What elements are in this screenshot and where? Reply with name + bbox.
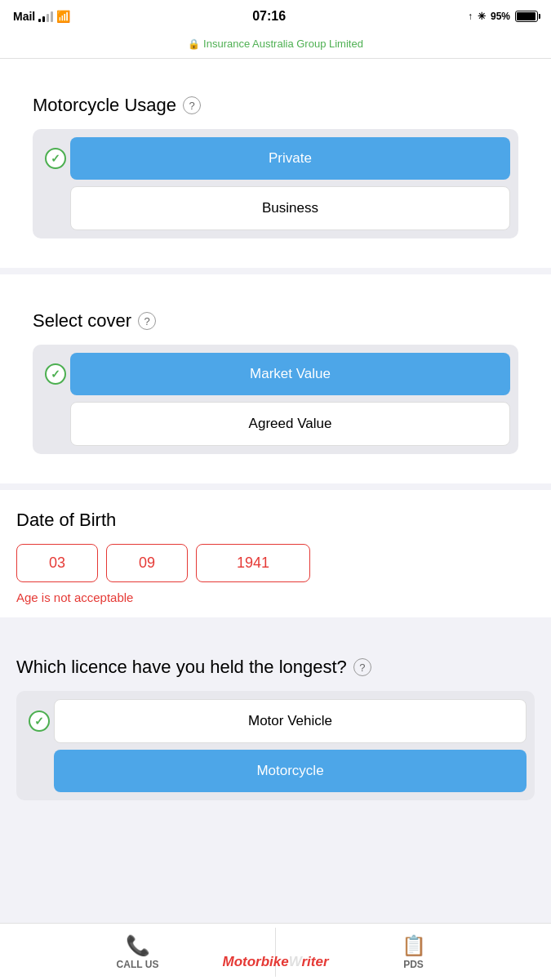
dob-inputs <box>16 544 535 582</box>
agreed-value-button[interactable]: Agreed Value <box>70 402 510 446</box>
call-icon: 📞 <box>126 934 150 957</box>
main-content: Motorcycle Usage ? ✓ Private Business <box>0 59 551 874</box>
market-value-button[interactable]: Market Value <box>70 353 510 395</box>
dob-day-input[interactable] <box>16 544 98 582</box>
agreed-value-row: Agreed Value <box>41 402 510 446</box>
check-circle-private: ✓ <box>45 148 66 169</box>
dob-section: Date of Birth Age is not acceptable <box>0 490 551 617</box>
pds-icon: 📋 <box>402 934 426 957</box>
motor-vehicle-button[interactable]: Motor Vehicle <box>54 699 527 743</box>
status-right: ↑ ✳ 95% <box>468 11 538 22</box>
licence-help[interactable]: ? <box>353 658 371 676</box>
lock-icon: 🔒 <box>188 38 200 50</box>
carrier-label: Mail <box>13 10 35 23</box>
motorcycle-usage-business-row: Business <box>41 186 510 230</box>
motorcycle-usage-section: Motorcycle Usage ? ✓ Private Business <box>0 59 551 268</box>
battery-icon <box>515 11 538 22</box>
market-value-check: ✓ <box>41 363 70 385</box>
app-header: 🔒 Insurance Australia Group Limited <box>0 33 551 59</box>
pds-label: PDS <box>403 959 424 970</box>
motorcycle-usage-check: ✓ <box>41 148 70 169</box>
status-bar: Mail 📶 07:16 ↑ ✳ 95% <box>0 0 551 33</box>
secure-badge: 🔒 Insurance Australia Group Limited <box>13 38 538 50</box>
select-cover-title: Select cover ? <box>33 310 518 332</box>
motorcycle-licence-button[interactable]: Motorcycle <box>54 750 527 792</box>
wifi-icon: 📶 <box>56 10 70 23</box>
check-circle-mv: ✓ <box>29 710 50 732</box>
battery-percent: 95% <box>491 11 510 22</box>
bottom-bar: 📞 CALL US MotorbikeWriter 📋 PDS <box>0 923 551 980</box>
motorcycle-usage-private-row: ✓ Private <box>41 137 510 180</box>
dob-month-input[interactable] <box>106 544 188 582</box>
market-value-row: ✓ Market Value <box>41 353 510 395</box>
status-time: 07:16 <box>252 9 286 24</box>
private-button[interactable]: Private <box>70 137 510 180</box>
dob-title: Date of Birth <box>16 510 535 531</box>
check-circle-market: ✓ <box>45 363 66 385</box>
motorcycle-usage-options: ✓ Private Business <box>33 129 518 238</box>
motor-vehicle-check: ✓ <box>24 710 54 732</box>
dob-error: Age is not acceptable <box>16 590 535 604</box>
licence-options: ✓ Motor Vehicle Motorcycle <box>16 691 535 800</box>
select-cover-help[interactable]: ? <box>138 312 156 330</box>
licence-title: Which licence have you held the longest?… <box>16 657 535 678</box>
select-cover-options: ✓ Market Value Agreed Value <box>33 345 518 454</box>
motor-vehicle-row: ✓ Motor Vehicle <box>24 699 527 743</box>
status-left: Mail 📶 <box>13 10 70 23</box>
motorcycle-usage-help[interactable]: ? <box>183 96 201 114</box>
dob-year-input[interactable] <box>196 544 310 582</box>
signal-bars <box>38 11 53 22</box>
select-cover-section: Select cover ? ✓ Market Value Agreed Val… <box>0 274 551 483</box>
location-icon: ↑ <box>468 11 473 22</box>
business-button[interactable]: Business <box>70 186 510 230</box>
header-title: Insurance Australia Group Limited <box>203 38 363 50</box>
motorbikewriter-logo: MotorbikeWriter <box>222 954 328 970</box>
bluetooth-icon: ✳ <box>478 11 486 22</box>
licence-section: Which licence have you held the longest?… <box>0 637 551 874</box>
motorcycle-row: Motorcycle <box>24 750 527 792</box>
call-label: CALL US <box>117 959 159 970</box>
motorcycle-usage-title: Motorcycle Usage ? <box>33 95 518 116</box>
